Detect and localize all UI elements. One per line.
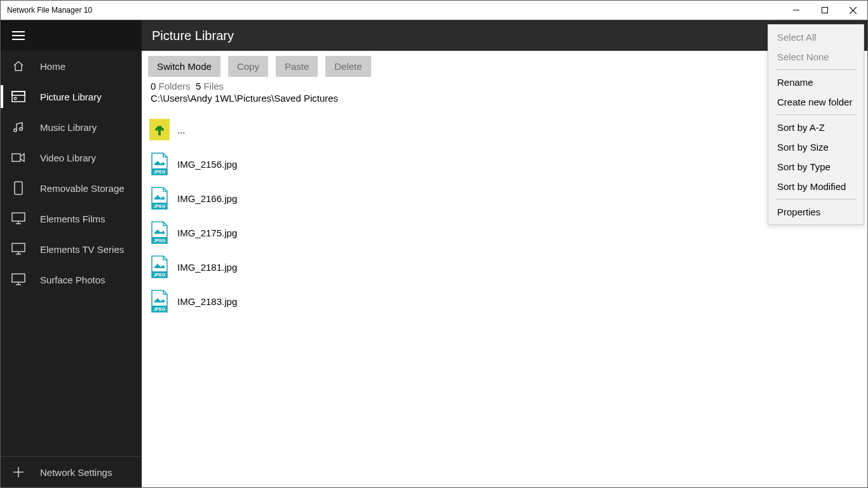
svg-text:JPEG: JPEG [154,273,166,277]
sidebar-item-music-library[interactable]: Music Library [1,112,142,142]
content-header: Picture Library ··· [142,20,867,51]
plus-icon [11,464,26,480]
sidebar-item-home[interactable]: Home [1,51,142,81]
sidebar-item-label: Home [40,61,65,72]
svg-rect-12 [12,154,20,161]
menu-sort-type[interactable]: Sort by Type [768,157,864,177]
page-title: Picture Library [152,29,234,43]
folders-count: 0 [151,81,156,92]
context-menu: Select All Select None Rename Create new… [768,24,864,225]
parent-folder-label: ... [177,125,186,135]
file-name: IMG_2175.jpg [177,227,237,238]
nav-list: Home Picture Library Music Library Video… [1,51,142,456]
window-title: Network File Manager 10 [1,6,782,15]
sidebar-item-surface-photos[interactable]: Surface Photos [1,264,142,295]
folders-label: Folders [159,81,191,92]
sidebar-item-label: Music Library [40,122,97,133]
video-icon [11,150,26,165]
jpeg-file-icon: JPEG [149,220,170,245]
sidebar-item-label: Elements Films [40,214,105,224]
menu-sort-az[interactable]: Sort by A-Z [768,118,864,137]
menu-sort-modified[interactable]: Sort by Modified [768,177,864,196]
close-button[interactable] [839,1,867,20]
svg-rect-13 [15,182,22,194]
file-name: IMG_2181.jpg [177,262,237,273]
file-row[interactable]: JPEG IMG_2156.jpg [148,147,861,181]
menu-divider [776,199,856,200]
maximize-button[interactable] [810,1,839,20]
sidebar-item-label: Video Library [40,152,96,163]
menu-divider [776,114,856,115]
current-path: C:\Users\Andy 1WL\Pictures\Saved Picture… [151,92,858,104]
files-count: 5 [196,81,201,92]
tablet-icon [11,180,26,196]
menu-divider [776,69,856,70]
hamburger-button[interactable] [1,20,142,51]
folder-up-icon [149,117,170,142]
parent-folder-row[interactable]: ... [148,112,861,147]
home-icon [11,58,26,74]
menu-properties[interactable]: Properties [768,202,864,222]
menu-create-folder[interactable]: Create new folder [768,92,864,112]
sidebar-item-label: Removable Storage [40,183,125,194]
delete-button[interactable]: Delete [325,56,370,77]
files-label: Files [203,81,224,92]
menu-select-all[interactable]: Select All [768,27,864,47]
file-row[interactable]: JPEG IMG_2181.jpg [148,250,861,284]
sidebar-item-video-library[interactable]: Video Library [1,142,142,173]
svg-rect-14 [12,213,25,221]
copy-button[interactable]: Copy [228,56,268,77]
file-list: ... JPEG IMG_2156.jpg JPEG IMG_2166.jpg … [142,107,867,323]
menu-select-none[interactable]: Select None [768,47,864,67]
toolbar: Switch Mode Copy Paste Delete [142,51,867,81]
file-name: IMG_2156.jpg [177,159,237,170]
file-name: IMG_2183.jpg [177,296,237,307]
svg-rect-7 [12,92,25,102]
status-bar: 0 Folders 5 Files C:\Users\Andy 1WL\Pict… [142,81,867,107]
paste-button[interactable]: Paste [276,56,318,77]
svg-text:JPEG: JPEG [154,307,166,311]
sidebar-item-label: Surface Photos [40,274,105,285]
content-pane: Picture Library ··· Switch Mode Copy Pas… [142,20,867,487]
sidebar: Home Picture Library Music Library Video… [1,20,142,487]
sidebar-item-elements-films[interactable]: Elements Films [1,203,142,234]
file-row[interactable]: JPEG IMG_2166.jpg [148,181,861,215]
file-row[interactable]: JPEG IMG_2175.jpg [148,215,861,250]
svg-text:JPEG: JPEG [154,170,166,174]
network-settings-label: Network Settings [40,467,112,478]
svg-text:JPEG: JPEG [154,238,166,243]
sidebar-item-elements-tv[interactable]: Elements TV Series [1,234,142,264]
sidebar-item-removable[interactable]: Removable Storage [1,173,142,203]
sidebar-bottom: Network Settings [1,456,142,487]
network-settings-button[interactable]: Network Settings [1,457,142,487]
monitor-icon [11,211,26,226]
jpeg-file-icon: JPEG [149,288,170,314]
music-icon [11,119,26,135]
svg-rect-8 [12,92,25,95]
titlebar: Network File Manager 10 [1,1,867,20]
menu-rename[interactable]: Rename [768,72,864,92]
menu-sort-size[interactable]: Sort by Size [768,137,864,157]
switch-mode-button[interactable]: Switch Mode [148,56,220,77]
svg-rect-15 [12,243,25,252]
monitor-icon [11,241,26,257]
minimize-button[interactable] [782,1,810,20]
picture-icon [11,89,26,104]
sidebar-item-label: Picture Library [40,92,102,102]
file-row[interactable]: JPEG IMG_2183.jpg [148,284,861,318]
jpeg-file-icon: JPEG [149,254,170,280]
sidebar-item-label: Elements TV Series [40,244,124,255]
monitor-icon [11,272,26,287]
jpeg-file-icon: JPEG [149,186,170,211]
sidebar-item-picture-library[interactable]: Picture Library [1,81,142,112]
jpeg-file-icon: JPEG [149,151,170,177]
hamburger-icon [12,31,25,40]
svg-text:JPEG: JPEG [154,204,166,208]
svg-rect-1 [822,8,827,13]
svg-point-11 [20,128,23,131]
svg-rect-16 [12,274,25,282]
svg-point-10 [14,129,17,132]
svg-point-9 [14,97,17,100]
file-name: IMG_2166.jpg [177,193,237,204]
